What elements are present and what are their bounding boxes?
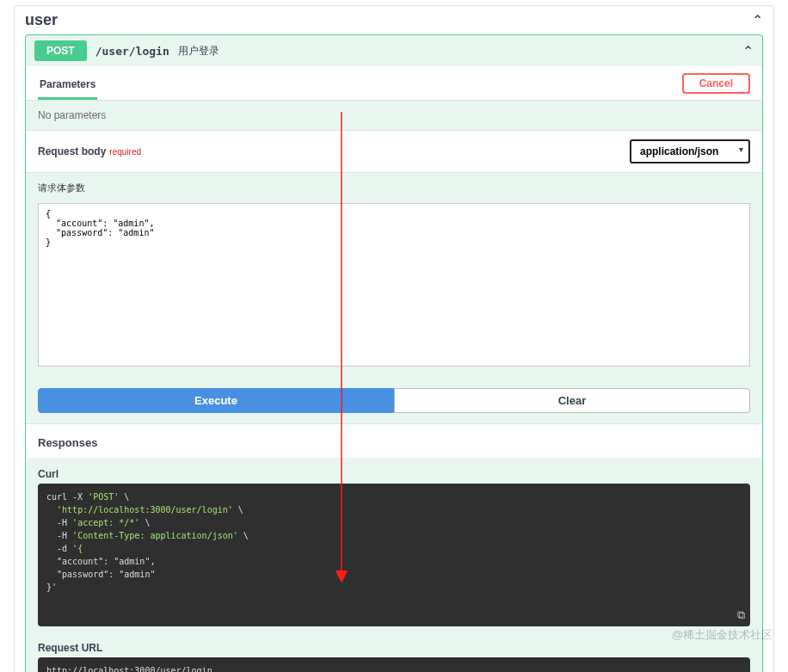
execute-button[interactable]: Execute	[38, 388, 394, 413]
cancel-button[interactable]: Cancel	[682, 73, 750, 94]
operation-summary: 用户登录	[178, 44, 219, 59]
request-body-label: Request body	[38, 145, 106, 157]
request-body-input[interactable]: { "account": "admin", "password": "admin…	[38, 203, 750, 367]
no-parameters-msg: No parameters	[26, 101, 762, 130]
required-label: required	[109, 147, 141, 157]
chevron-up-icon: ⌃	[742, 43, 754, 59]
request-url-label: Request URL	[38, 637, 750, 657]
copy-icon[interactable]: ⧉	[737, 607, 745, 624]
curl-label: Curl	[38, 463, 750, 484]
tag-title: user	[25, 11, 752, 29]
operation: POST /user/login 用户登录 ⌃ Parameters Cance…	[25, 34, 763, 672]
method-badge: POST	[34, 40, 87, 61]
clear-button[interactable]: Clear	[394, 388, 750, 413]
request-url-value[interactable]: http://localhost:3000/user/login	[38, 657, 750, 672]
tag-section: user ⌃ POST /user/login 用户登录 ⌃ Parameter…	[14, 5, 774, 672]
request-body-desc: 请求体参数	[38, 182, 750, 194]
responses-header: Responses	[26, 423, 762, 458]
parameters-tabbar: Parameters Cancel	[26, 66, 762, 101]
tag-header[interactable]: user ⌃	[15, 6, 773, 34]
content-type-select[interactable]: application/json	[630, 139, 750, 163]
request-body-header: Request body required application/json	[26, 130, 762, 173]
operation-header[interactable]: POST /user/login 用户登录 ⌃	[26, 35, 762, 66]
chevron-up-icon: ⌃	[752, 12, 763, 28]
curl-code[interactable]: curl -X 'POST' \ 'http://localhost:3000/…	[38, 484, 750, 626]
operation-path: /user/login	[95, 45, 169, 58]
tab-parameters[interactable]: Parameters	[38, 71, 97, 100]
